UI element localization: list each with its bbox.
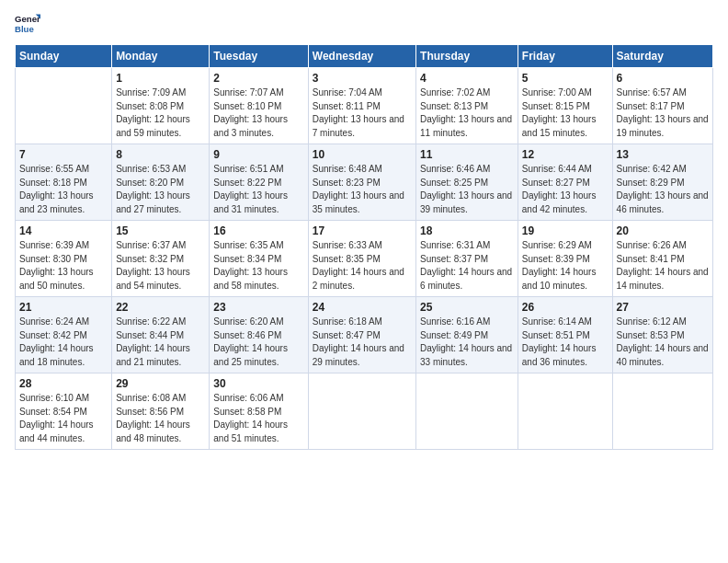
calendar-cell: 1Sunrise: 7:09 AMSunset: 8:08 PMDaylight… [112, 68, 210, 144]
day-number: 9 [213, 148, 303, 161]
day-number: 19 [522, 224, 609, 237]
calendar-cell: 30Sunrise: 6:06 AMSunset: 8:58 PMDayligh… [210, 373, 308, 450]
day-number: 23 [213, 301, 303, 314]
day-number: 22 [116, 301, 205, 314]
day-number: 21 [19, 301, 108, 314]
day-number: 24 [313, 301, 412, 314]
calendar-cell: 3Sunrise: 7:04 AMSunset: 8:11 PMDaylight… [308, 68, 415, 144]
day-info: Sunrise: 6:26 AMSunset: 8:41 PMDaylight:… [617, 240, 709, 291]
day-number: 13 [617, 148, 709, 161]
day-info: Sunrise: 6:18 AMSunset: 8:47 PMDaylight:… [313, 316, 404, 367]
day-number: 2 [213, 72, 303, 85]
day-number: 5 [522, 72, 609, 85]
day-info: Sunrise: 6:35 AMSunset: 8:34 PMDaylight:… [213, 240, 288, 291]
day-number: 17 [313, 224, 412, 237]
day-info: Sunrise: 6:37 AMSunset: 8:32 PMDaylight:… [116, 240, 190, 291]
calendar-cell: 15Sunrise: 6:37 AMSunset: 8:32 PMDayligh… [112, 221, 210, 297]
day-info: Sunrise: 6:22 AMSunset: 8:44 PMDaylight:… [116, 316, 190, 367]
calendar-cell: 6Sunrise: 6:57 AMSunset: 8:17 PMDaylight… [612, 68, 712, 144]
day-number: 26 [522, 301, 609, 314]
day-info: Sunrise: 6:55 AMSunset: 8:18 PMDaylight:… [19, 164, 94, 214]
calendar-cell [308, 373, 415, 450]
calendar-week-4: 21Sunrise: 6:24 AMSunset: 8:42 PMDayligh… [16, 297, 713, 373]
calendar-week-2: 7Sunrise: 6:55 AMSunset: 8:18 PMDaylight… [16, 144, 713, 221]
calendar-cell: 20Sunrise: 6:26 AMSunset: 8:41 PMDayligh… [612, 221, 712, 297]
header-day-monday: Monday [112, 45, 210, 68]
header-day-thursday: Thursday [416, 45, 518, 68]
day-number: 29 [116, 377, 205, 390]
calendar-cell: 16Sunrise: 6:35 AMSunset: 8:34 PMDayligh… [210, 221, 308, 297]
calendar-cell: 5Sunrise: 7:00 AMSunset: 8:15 PMDaylight… [518, 68, 612, 144]
day-info: Sunrise: 7:04 AMSunset: 8:11 PMDaylight:… [313, 87, 404, 138]
day-number: 10 [313, 148, 412, 161]
header: General Blue [15, 11, 713, 37]
day-number: 8 [116, 148, 205, 161]
day-info: Sunrise: 6:48 AMSunset: 8:23 PMDaylight:… [313, 164, 404, 214]
day-number: 3 [313, 72, 412, 85]
calendar-week-5: 28Sunrise: 6:10 AMSunset: 8:54 PMDayligh… [16, 373, 713, 450]
day-number: 28 [19, 377, 108, 390]
day-info: Sunrise: 7:00 AMSunset: 8:15 PMDaylight:… [522, 87, 597, 138]
calendar-cell [612, 373, 712, 450]
day-info: Sunrise: 6:39 AMSunset: 8:30 PMDaylight:… [19, 240, 94, 291]
calendar-cell: 10Sunrise: 6:48 AMSunset: 8:23 PMDayligh… [308, 144, 415, 221]
day-info: Sunrise: 6:29 AMSunset: 8:39 PMDaylight:… [522, 240, 597, 291]
day-info: Sunrise: 6:44 AMSunset: 8:27 PMDaylight:… [522, 164, 597, 214]
svg-text:Blue: Blue [15, 24, 34, 34]
day-info: Sunrise: 6:06 AMSunset: 8:58 PMDaylight:… [213, 393, 288, 443]
day-info: Sunrise: 6:42 AMSunset: 8:29 PMDaylight:… [617, 164, 709, 214]
calendar-cell: 28Sunrise: 6:10 AMSunset: 8:54 PMDayligh… [16, 373, 112, 450]
calendar-cell: 19Sunrise: 6:29 AMSunset: 8:39 PMDayligh… [518, 221, 612, 297]
calendar-cell: 22Sunrise: 6:22 AMSunset: 8:44 PMDayligh… [112, 297, 210, 373]
calendar-cell [416, 373, 518, 450]
calendar-week-1: 1Sunrise: 7:09 AMSunset: 8:08 PMDaylight… [16, 68, 713, 144]
logo-icon: General Blue [15, 11, 40, 37]
calendar-cell: 2Sunrise: 7:07 AMSunset: 8:10 PMDaylight… [210, 68, 308, 144]
calendar-cell: 18Sunrise: 6:31 AMSunset: 8:37 PMDayligh… [416, 221, 518, 297]
day-number: 7 [19, 148, 108, 161]
header-day-saturday: Saturday [612, 45, 712, 68]
svg-text:General: General [15, 14, 40, 24]
day-info: Sunrise: 6:53 AMSunset: 8:20 PMDaylight:… [116, 164, 190, 214]
calendar-cell: 27Sunrise: 6:12 AMSunset: 8:53 PMDayligh… [612, 297, 712, 373]
calendar-cell: 11Sunrise: 6:46 AMSunset: 8:25 PMDayligh… [416, 144, 518, 221]
day-info: Sunrise: 6:14 AMSunset: 8:51 PMDaylight:… [522, 316, 597, 367]
header-day-sunday: Sunday [16, 45, 112, 68]
calendar-cell: 12Sunrise: 6:44 AMSunset: 8:27 PMDayligh… [518, 144, 612, 221]
calendar-cell: 8Sunrise: 6:53 AMSunset: 8:20 PMDaylight… [112, 144, 210, 221]
calendar-week-3: 14Sunrise: 6:39 AMSunset: 8:30 PMDayligh… [16, 221, 713, 297]
page: General Blue SundayMondayTuesdayWednesda… [0, 0, 728, 457]
day-info: Sunrise: 6:20 AMSunset: 8:46 PMDaylight:… [213, 316, 288, 367]
day-info: Sunrise: 7:02 AMSunset: 8:13 PMDaylight:… [420, 87, 512, 138]
day-number: 27 [617, 301, 709, 314]
day-number: 1 [116, 72, 205, 85]
calendar-cell: 21Sunrise: 6:24 AMSunset: 8:42 PMDayligh… [16, 297, 112, 373]
day-number: 4 [420, 72, 514, 85]
calendar-header-row: SundayMondayTuesdayWednesdayThursdayFrid… [16, 45, 713, 68]
calendar-cell: 13Sunrise: 6:42 AMSunset: 8:29 PMDayligh… [612, 144, 712, 221]
day-number: 6 [617, 72, 709, 85]
calendar-cell: 4Sunrise: 7:02 AMSunset: 8:13 PMDaylight… [416, 68, 518, 144]
calendar-cell: 17Sunrise: 6:33 AMSunset: 8:35 PMDayligh… [308, 221, 415, 297]
calendar-cell: 7Sunrise: 6:55 AMSunset: 8:18 PMDaylight… [16, 144, 112, 221]
calendar-cell: 24Sunrise: 6:18 AMSunset: 8:47 PMDayligh… [308, 297, 415, 373]
day-info: Sunrise: 6:57 AMSunset: 8:17 PMDaylight:… [617, 87, 709, 138]
day-number: 30 [213, 377, 303, 390]
day-number: 18 [420, 224, 514, 237]
day-info: Sunrise: 6:16 AMSunset: 8:49 PMDaylight:… [420, 316, 512, 367]
calendar-cell: 14Sunrise: 6:39 AMSunset: 8:30 PMDayligh… [16, 221, 112, 297]
day-number: 20 [617, 224, 709, 237]
day-info: Sunrise: 6:12 AMSunset: 8:53 PMDaylight:… [617, 316, 709, 367]
calendar-cell: 23Sunrise: 6:20 AMSunset: 8:46 PMDayligh… [210, 297, 308, 373]
header-day-friday: Friday [518, 45, 612, 68]
day-number: 16 [213, 224, 303, 237]
day-info: Sunrise: 6:51 AMSunset: 8:22 PMDaylight:… [213, 164, 288, 214]
day-info: Sunrise: 6:31 AMSunset: 8:37 PMDaylight:… [420, 240, 512, 291]
day-number: 25 [420, 301, 514, 314]
calendar-cell: 26Sunrise: 6:14 AMSunset: 8:51 PMDayligh… [518, 297, 612, 373]
header-day-tuesday: Tuesday [210, 45, 308, 68]
calendar-cell [16, 68, 112, 144]
calendar-cell: 9Sunrise: 6:51 AMSunset: 8:22 PMDaylight… [210, 144, 308, 221]
day-number: 15 [116, 224, 205, 237]
header-day-wednesday: Wednesday [308, 45, 415, 68]
